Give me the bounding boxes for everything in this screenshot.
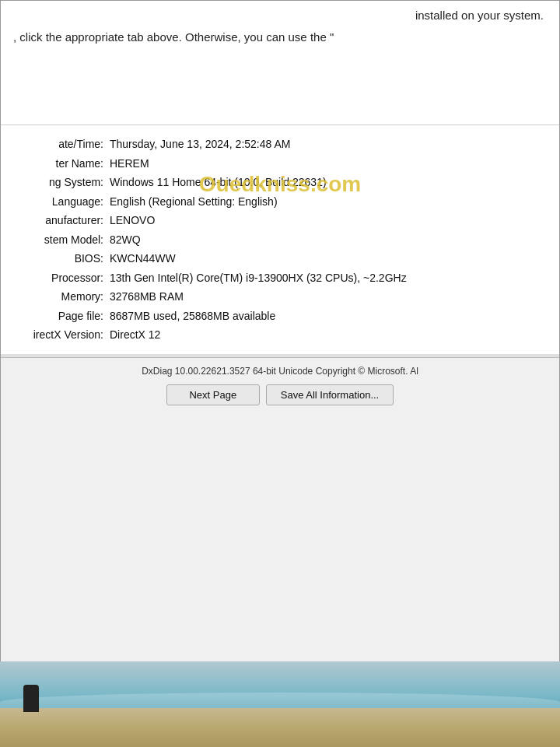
table-row: Language:English (Regional Setting: Engl…: [9, 192, 547, 212]
info-value: HEREM: [110, 154, 547, 174]
person-silhouette: [23, 685, 39, 712]
info-value: 82WQ: [110, 230, 547, 250]
info-value: English (Regional Setting: English): [110, 192, 547, 212]
table-row: BIOS:KWCN44WW: [9, 249, 547, 268]
info-value: Thursday, June 13, 2024, 2:52:48 AM: [110, 135, 547, 154]
beach-background: [0, 661, 560, 747]
info-label: Processor:: [9, 268, 110, 288]
info-label: anufacturer:: [9, 211, 110, 230]
button-row: Next Page Save All Information...: [166, 384, 394, 405]
info-value: Windows 11 Home 64-bit (10.0, Build 2263…: [110, 173, 547, 192]
table-row: Memory:32768MB RAM: [9, 287, 547, 307]
table-row: Processor:13th Gen Intel(R) Core(TM) i9-…: [9, 268, 547, 288]
table-row: irectX Version:DirectX 12: [9, 325, 547, 345]
info-label: BIOS:: [9, 249, 110, 268]
next-page-button[interactable]: Next Page: [166, 384, 260, 405]
info-label: ng System:: [9, 173, 110, 192]
dxdiag-footer: DxDiag 10.00.22621.3527 64-bit Unicode C…: [142, 366, 418, 377]
info-value: LENOVO: [110, 211, 547, 230]
info-value: DirectX 12: [110, 325, 547, 345]
info-value: 8687MB used, 25868MB available: [110, 307, 547, 326]
table-row: stem Model:82WQ: [9, 230, 547, 250]
info-value: 13th Gen Intel(R) Core(TM) i9-13900HX (3…: [110, 268, 547, 288]
info-label: ter Name:: [9, 154, 110, 174]
beach-sand: [0, 708, 560, 747]
info-label: Memory:: [9, 287, 110, 307]
info-label: ate/Time:: [9, 135, 110, 154]
info-value: KWCN44WW: [110, 249, 547, 268]
info-label: stem Model:: [9, 230, 110, 250]
table-row: ng System:Windows 11 Home 64-bit (10.0, …: [9, 173, 547, 192]
table-row: anufacturer:LENOVO: [9, 211, 547, 230]
table-row: ter Name:HEREM: [9, 154, 547, 174]
info-value: 32768MB RAM: [110, 287, 547, 307]
bottom-bar: DxDiag 10.00.22621.3527 64-bit Unicode C…: [1, 357, 559, 413]
table-row: Page file:8687MB used, 25868MB available: [9, 307, 547, 326]
info-label: Language:: [9, 192, 110, 212]
top-partial-line1: installed on your system.: [13, 9, 547, 22]
top-text-area: installed on your system. , click the ap…: [1, 1, 559, 125]
save-all-button[interactable]: Save All Information...: [266, 384, 394, 405]
info-label: Page file:: [9, 307, 110, 326]
system-info-area: ate/Time:Thursday, June 13, 2024, 2:52:4…: [1, 125, 559, 354]
dxdiag-window: installed on your system. , click the ap…: [0, 0, 560, 677]
info-label: irectX Version:: [9, 325, 110, 345]
top-partial-line2: , click the appropriate tab above. Other…: [13, 28, 547, 47]
table-row: ate/Time:Thursday, June 13, 2024, 2:52:4…: [9, 135, 547, 154]
